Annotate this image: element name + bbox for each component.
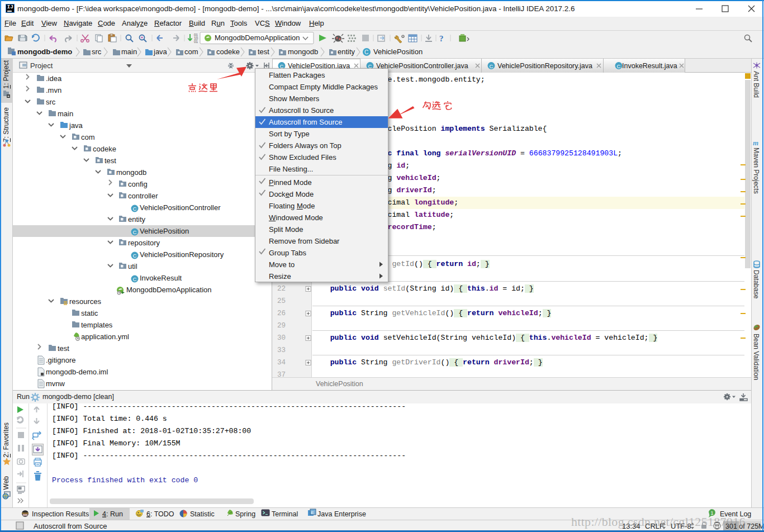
svg-text:mvnw: mvnw (46, 379, 65, 388)
svg-text:C: C (616, 63, 620, 69)
svg-text:src: src (46, 98, 56, 106)
svg-text:mongodb-demo.iml: mongodb-demo.iml (46, 368, 108, 376)
svg-text:Statistic: Statistic (190, 510, 215, 518)
svg-text:4: Run: 4: Run (102, 510, 123, 518)
svg-text:test: test (58, 344, 69, 353)
svg-text:Spring: Spring (235, 510, 255, 518)
svg-text:com: com (81, 133, 95, 141)
svg-text:codeke: codeke (93, 145, 116, 153)
svg-text:.mvn: .mvn (46, 86, 61, 94)
svg-text:mongodb-demo: mongodb-demo (17, 48, 72, 56)
svg-text:VehiclePositionRepository: VehiclePositionRepository (140, 250, 224, 259)
svg-text:C: C (364, 49, 368, 55)
svg-text:E: E (311, 510, 314, 515)
svg-text:entity: entity (338, 48, 355, 56)
svg-text:controller: controller (128, 192, 158, 200)
svg-text:mongodb: mongodb (116, 168, 146, 177)
svg-text:01: 01 (194, 40, 198, 44)
svg-text:.gitignore: .gitignore (46, 356, 75, 364)
svg-text:.idea: .idea (46, 74, 62, 83)
svg-text:com: com (184, 48, 198, 56)
svg-text:static: static (81, 309, 98, 317)
svg-text:?: ? (439, 34, 444, 43)
svg-text:Project: Project (30, 61, 53, 70)
svg-text:Terminal: Terminal (272, 510, 298, 518)
svg-text:VehiclePositionRepository.java: VehiclePositionRepository.java (497, 62, 592, 70)
svg-text:codeke: codeke (216, 48, 240, 56)
svg-text:config: config (128, 180, 148, 188)
svg-text:mongodb: mongodb (288, 48, 318, 56)
svg-text:Autoscroll from Source: Autoscroll from Source (34, 522, 107, 530)
svg-text:Inspection Results: Inspection Results (32, 510, 89, 518)
svg-text:src: src (92, 48, 102, 56)
svg-text:MongodbDemoApplication: MongodbDemoApplication (126, 286, 211, 294)
svg-text:Java Enterprise: Java Enterprise (317, 510, 366, 518)
svg-text:entity: entity (128, 215, 146, 224)
svg-text:InvokeResult: InvokeResult (140, 274, 182, 282)
svg-text:VehiclePositionController: VehiclePositionController (140, 203, 221, 212)
svg-text:util: util (128, 262, 137, 270)
svg-text:test: test (105, 156, 116, 165)
svg-text:main: main (58, 110, 73, 118)
svg-text:main: main (121, 48, 137, 56)
svg-text:templates: templates (81, 321, 113, 329)
svg-text:application.yml: application.yml (81, 332, 129, 341)
svg-text:resources: resources (69, 297, 102, 306)
svg-text:m: m (753, 139, 758, 147)
svg-text:VehiclePosition: VehiclePosition (140, 227, 189, 235)
svg-text:InvokeResult.java: InvokeResult.java (622, 62, 677, 70)
svg-text:MongodbDemoApplication: MongodbDemoApplication (215, 34, 300, 42)
svg-text:java: java (69, 121, 83, 130)
svg-text:6: TODO: 6: TODO (146, 510, 174, 518)
svg-text:java: java (153, 48, 168, 56)
svg-text:VehiclePosition: VehiclePosition (373, 48, 423, 56)
svg-text:C: C (489, 63, 493, 69)
svg-text:repository: repository (128, 239, 160, 247)
svg-text:test: test (258, 48, 269, 56)
svg-text:VehiclePositionController.java: VehiclePositionController.java (376, 62, 468, 70)
